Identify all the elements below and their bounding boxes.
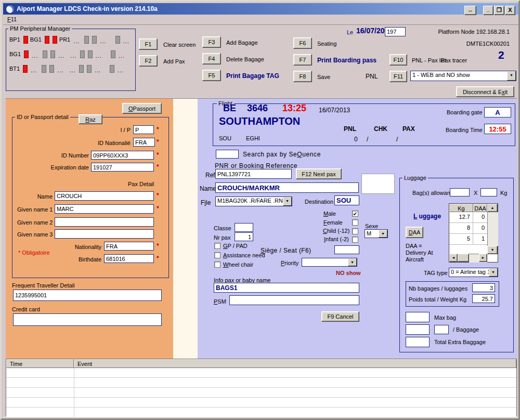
log-row[interactable] [6, 408, 516, 417]
luggage-grid-row[interactable]: 51 [449, 234, 487, 245]
id-nationality-field[interactable] [133, 138, 155, 147]
scroll-right-icon[interactable]: ► [479, 254, 487, 262]
frequent-traveller-field[interactable] [13, 290, 162, 301]
o-passport-button[interactable]: O Passport [122, 103, 162, 114]
bottom-frame-strip [3, 417, 518, 419]
no-show-label: NO show [336, 270, 361, 277]
pax-name-field[interactable] [215, 182, 359, 193]
raz-button[interactable]: Raz [79, 114, 102, 124]
given-name-2-field[interactable] [55, 217, 154, 227]
given-name-3-field[interactable] [55, 229, 154, 239]
chevron-down-icon[interactable]: ▼ [507, 71, 516, 81]
file-dropdown[interactable]: M1BAG20K .R/FARE .RN/N ▼ [215, 196, 292, 206]
f7-button[interactable]: F7 [293, 54, 312, 65]
file-value: M1BAG20K .R/FARE .RN/N [217, 198, 283, 204]
log-header-event[interactable]: Event [74, 359, 516, 368]
search-sequence-field[interactable] [216, 150, 239, 159]
chevron-down-icon[interactable]: ▼ [283, 197, 292, 206]
luggage-grid-row[interactable]: 80 [449, 223, 487, 234]
child-checkbox[interactable] [352, 228, 358, 234]
peripheral-manager-title: PM Peripheral Manager [8, 25, 72, 32]
assistance-checkbox[interactable] [214, 252, 220, 258]
nationality-field[interactable] [104, 242, 154, 251]
chevron-down-icon[interactable]: ▼ [489, 268, 498, 277]
log-row[interactable] [6, 378, 516, 388]
horizontal-scroll-thumb[interactable] [458, 254, 469, 262]
led-gray-indicator-icon [80, 50, 85, 58]
male-label: Male [323, 211, 336, 217]
max-bag-field[interactable] [406, 312, 430, 322]
f12-next-pax-button[interactable]: F12 Next pax [296, 168, 342, 179]
f9-cancel-button[interactable]: F9 Cancel [321, 311, 359, 322]
male-checkbox[interactable]: ✔ [352, 211, 358, 217]
name-field[interactable] [55, 191, 154, 201]
log-row[interactable] [6, 388, 516, 398]
boarding-gate-field[interactable] [484, 107, 511, 117]
chevron-down-icon[interactable]: ▼ [379, 230, 387, 238]
nb-bagages-field[interactable] [472, 283, 495, 292]
female-checkbox[interactable] [352, 219, 358, 226]
log-time-cell [6, 378, 74, 387]
wheelchair-checkbox[interactable] [214, 261, 220, 268]
daa-button[interactable]: DAA [406, 227, 423, 238]
gp-pad-label: GP / PAD [223, 243, 248, 250]
nr-pax-field[interactable] [235, 232, 253, 241]
f11-button[interactable]: F11 [389, 71, 407, 82]
f5-button[interactable]: F5 [202, 70, 221, 81]
poids-total-field[interactable] [472, 294, 495, 303]
bag-allowance-count-field[interactable] [450, 188, 470, 196]
info-pax-field[interactable] [214, 283, 359, 293]
classe-label: Classe [214, 225, 231, 232]
total-extra-baggage-field[interactable] [406, 337, 430, 347]
sexe-dropdown[interactable]: M ▼ [365, 229, 388, 238]
log-row[interactable] [6, 368, 516, 378]
ref-label: Ref [205, 172, 215, 179]
menu-item-f11[interactable]: F11 [7, 16, 17, 23]
log-header-time[interactable]: Time [6, 359, 74, 368]
app-icon [6, 5, 15, 14]
seat-field[interactable] [334, 245, 359, 254]
f10-button[interactable]: F10 [389, 54, 407, 65]
ip-field[interactable] [133, 125, 154, 134]
scroll-left-icon[interactable]: ◄ [449, 254, 458, 262]
gp-pad-checkbox[interactable] [214, 243, 220, 249]
disconnect-exit-button[interactable]: Disconnect & Exit [456, 86, 514, 97]
peripheral-row: BT1............... [9, 64, 133, 73]
expiration-date-field[interactable] [91, 163, 154, 172]
boarding-time-field[interactable] [484, 124, 511, 134]
chevron-down-icon[interactable]: ▼ [348, 258, 357, 266]
close-icon[interactable]: X [505, 6, 515, 15]
id-number-field[interactable] [91, 151, 154, 160]
scroll-down-icon[interactable]: ▼ [487, 246, 498, 254]
log-row[interactable] [6, 398, 516, 408]
psm-field[interactable] [229, 295, 359, 305]
sequence-number-field[interactable] [385, 27, 406, 36]
credit-card-field[interactable] [13, 313, 162, 326]
restore-size-icon[interactable]: ↔ [464, 6, 476, 15]
maximize-icon[interactable]: ❐ [494, 6, 504, 15]
seat-label: Siège / Seat (F6) [261, 247, 311, 254]
ref-field[interactable] [215, 169, 292, 179]
f2-button[interactable]: F2 [139, 55, 158, 67]
infant-checkbox[interactable] [352, 237, 358, 243]
f4-button[interactable]: F4 [202, 53, 221, 64]
minimize-icon[interactable]: _ [483, 6, 493, 15]
extra-baggage-field-2[interactable] [434, 325, 449, 334]
vertical-scroll-track[interactable] [487, 212, 498, 246]
bag-allowance-kg-field[interactable] [480, 188, 497, 196]
luggage-grid-row[interactable]: 12.70 [449, 212, 487, 223]
scroll-up-icon[interactable]: ▲ [487, 204, 498, 212]
priority-dropdown[interactable]: ▼ [302, 258, 357, 267]
pnl-filter-dropdown[interactable]: 1 - WEB and NO show ▼ [410, 71, 516, 81]
destination-field[interactable] [334, 195, 359, 205]
birthdate-field[interactable] [104, 254, 154, 263]
tag-type-dropdown[interactable]: 0 = Airline tag 1 ▼ [449, 268, 498, 277]
mid-strip [173, 98, 198, 359]
f1-button[interactable]: F1 [139, 38, 158, 50]
given-name-1-field[interactable] [55, 204, 154, 214]
classe-field[interactable] [235, 223, 253, 232]
f8-button[interactable]: F8 [293, 71, 312, 82]
f3-button[interactable]: F3 [202, 36, 221, 48]
extra-baggage-field-1[interactable] [406, 324, 430, 335]
f6-button[interactable]: F6 [293, 37, 312, 49]
